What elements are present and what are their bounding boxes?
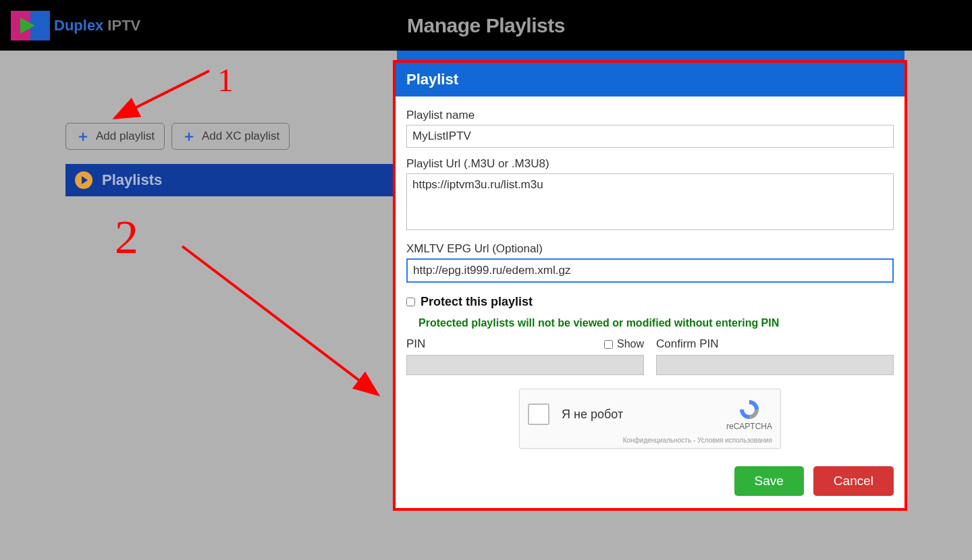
annotation-overlay: 1 2 — [0, 51, 405, 469]
recaptcha-brand-text: reCAPTCHA — [726, 422, 772, 431]
show-pin-checkbox[interactable] — [604, 340, 613, 349]
add-playlist-label: Add playlist — [96, 130, 155, 143]
add-playlist-button[interactable]: ＋ Add playlist — [65, 123, 165, 150]
pin-label: PIN — [406, 337, 425, 351]
logo: DuplexIPTV — [11, 11, 140, 40]
annotation-number-1: 1 — [217, 62, 234, 98]
recaptcha-checkbox[interactable] — [528, 403, 549, 425]
modal-header: Playlist — [396, 63, 905, 96]
plus-icon: ＋ — [182, 132, 196, 141]
playlist-url-input[interactable]: https://iptvm3u.ru/list.m3u — [406, 173, 894, 230]
pin-input[interactable] — [406, 355, 644, 375]
recaptcha-brand: reCAPTCHA — [726, 397, 772, 431]
add-xc-playlist-label: Add XC playlist — [202, 130, 279, 143]
save-button[interactable]: Save — [734, 466, 804, 496]
logo-text-duplex: Duplex — [54, 17, 103, 34]
play-icon — [11, 11, 50, 40]
recaptcha-widget: Я не робот reCAPTCHA Конфиденциальность … — [519, 389, 781, 449]
page-title: Manage Playlists — [407, 14, 565, 37]
confirm-pin-label: Confirm PIN — [656, 337, 719, 351]
cancel-button[interactable]: Cancel — [813, 466, 894, 496]
protect-playlist-checkbox[interactable] — [406, 298, 415, 306]
modal-footer: Save Cancel — [396, 457, 905, 508]
epg-url-label: XMLTV EPG Url (Optional) — [406, 242, 894, 256]
playlist-url-label: Playlist Url (.M3U or .M3U8) — [406, 157, 894, 171]
playlist-icon — [75, 171, 92, 189]
logo-text-iptv: IPTV — [107, 17, 140, 34]
playlist-name-input[interactable] — [406, 125, 894, 148]
svg-line-2 — [182, 246, 378, 395]
show-pin-label: Show — [617, 338, 644, 350]
protect-row: Protect this playlist — [406, 295, 894, 309]
recaptcha-label: Я не робот — [562, 408, 623, 422]
toolbar: ＋ Add playlist ＋ Add XC playlist — [65, 123, 290, 150]
plus-icon: ＋ — [76, 132, 90, 141]
pin-row: PIN Show Confirm PIN — [406, 337, 894, 375]
playlist-modal: Playlist Playlist name Playlist Url (.M3… — [393, 60, 907, 511]
annotation-number-2: 2 — [115, 211, 138, 263]
recaptcha-footer: Конфиденциальность - Условия использован… — [528, 437, 772, 444]
svg-line-1 — [115, 71, 209, 118]
epg-url-input[interactable] — [406, 258, 894, 283]
protect-note: Protected playlists will not be viewed o… — [418, 317, 894, 329]
protect-playlist-label: Protect this playlist — [421, 295, 533, 309]
add-xc-playlist-button[interactable]: ＋ Add XC playlist — [171, 123, 290, 150]
confirm-pin-input[interactable] — [656, 355, 894, 375]
playlist-name-label: Playlist name — [406, 109, 894, 122]
header: DuplexIPTV Manage Playlists — [0, 0, 972, 51]
modal-top-sliver — [397, 51, 905, 60]
modal-body: Playlist name Playlist Url (.M3U or .M3U… — [396, 96, 905, 457]
playlists-label: Playlists — [102, 171, 162, 189]
recaptcha-icon — [736, 397, 763, 422]
